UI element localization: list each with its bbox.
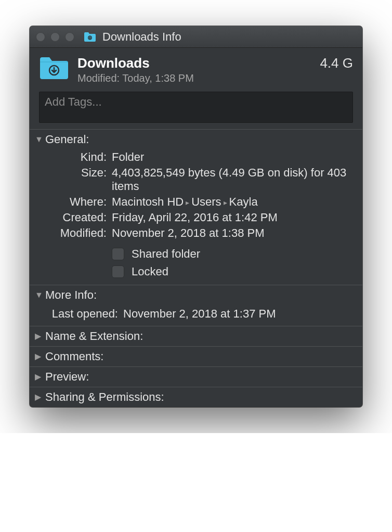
path-separator-icon: ▸ [184, 198, 191, 207]
section-moreinfo-header[interactable]: ▼ More Info: [30, 285, 362, 305]
locked-row: Locked [30, 263, 362, 281]
section-preview-title: Preview: [45, 370, 89, 384]
general-modified-row: Modified: November 2, 2018 at 1:38 PM [30, 225, 362, 241]
info-window: Downloads Info Downloads Modified: Today… [30, 26, 362, 407]
item-name: Downloads [77, 55, 311, 71]
modified-value: Today, 1:38 PM [122, 72, 193, 84]
section-general-header[interactable]: ▼ General: [30, 130, 362, 149]
last-opened-row: Last opened: November 2, 2018 at 1:37 PM [30, 305, 362, 326]
section-sharing-header[interactable]: ▶ Sharing & Permissions: [30, 387, 362, 407]
disclosure-down-icon: ▼ [35, 291, 42, 299]
where-label: Where: [30, 195, 107, 209]
where-value: Macintosh HD▸Users▸Kayla [112, 195, 352, 209]
general-where-row: Where: Macintosh HD▸Users▸Kayla [30, 194, 362, 210]
section-nameext-title: Name & Extension: [45, 330, 143, 343]
folder-icon [39, 55, 69, 81]
minimize-traffic-light[interactable] [50, 32, 60, 42]
size-value: 4,403,825,549 bytes (4.49 GB on disk) fo… [112, 166, 352, 193]
shared-folder-row: Shared folder [30, 245, 362, 263]
section-moreinfo-title: More Info: [45, 288, 97, 302]
section-sharing-title: Sharing & Permissions: [45, 390, 164, 404]
general-kind-row: Kind: Folder [30, 149, 362, 165]
disclosure-right-icon: ▶ [35, 352, 42, 361]
general-created-row: Created: Friday, April 22, 2016 at 1:42 … [30, 210, 362, 225]
disclosure-down-icon: ▼ [35, 135, 42, 144]
created-value: Friday, April 22, 2016 at 1:42 PM [112, 211, 352, 224]
item-size: 4.4 G [320, 55, 353, 71]
shared-folder-label: Shared folder [132, 247, 352, 261]
where-part: Macintosh HD [112, 195, 184, 208]
size-label: Size: [30, 166, 107, 193]
section-comments-header[interactable]: ▶ Comments: [30, 347, 362, 366]
where-part: Users [191, 195, 221, 208]
general-size-row: Size: 4,403,825,549 bytes (4.49 GB on di… [30, 165, 362, 194]
disclosure-right-icon: ▶ [35, 332, 42, 340]
created-label: Created: [30, 211, 107, 224]
section-comments-title: Comments: [45, 350, 103, 363]
titlebar-title: Downloads Info [102, 30, 181, 44]
item-modified: Modified: Today, 1:38 PM [77, 72, 311, 84]
titlebar[interactable]: Downloads Info [30, 26, 362, 48]
where-part: Kayla [229, 195, 258, 208]
section-preview-header[interactable]: ▶ Preview: [30, 367, 362, 387]
section-nameext-header[interactable]: ▶ Name & Extension: [30, 326, 362, 346]
last-opened-label: Last opened: [30, 307, 118, 321]
zoom-traffic-light[interactable] [65, 32, 74, 42]
section-general-title: General: [45, 133, 89, 146]
disclosure-right-icon: ▶ [35, 373, 42, 381]
header: Downloads Modified: Today, 1:38 PM 4.4 G [30, 48, 362, 90]
modified-label: Modified: [30, 226, 107, 240]
tags-input[interactable]: Add Tags... [39, 92, 353, 123]
close-traffic-light[interactable] [36, 32, 45, 42]
shared-folder-checkbox[interactable] [112, 248, 124, 260]
disclosure-right-icon: ▶ [35, 393, 42, 401]
last-opened-value: November 2, 2018 at 1:37 PM [123, 307, 352, 321]
path-separator-icon: ▸ [221, 198, 229, 207]
kind-label: Kind: [30, 150, 107, 164]
titlebar-folder-icon [84, 32, 96, 42]
kind-value: Folder [112, 150, 352, 164]
locked-checkbox[interactable] [112, 265, 124, 278]
modified-value: November 2, 2018 at 1:38 PM [112, 226, 352, 240]
modified-label: Modified: [77, 72, 120, 84]
locked-label: Locked [132, 265, 352, 278]
